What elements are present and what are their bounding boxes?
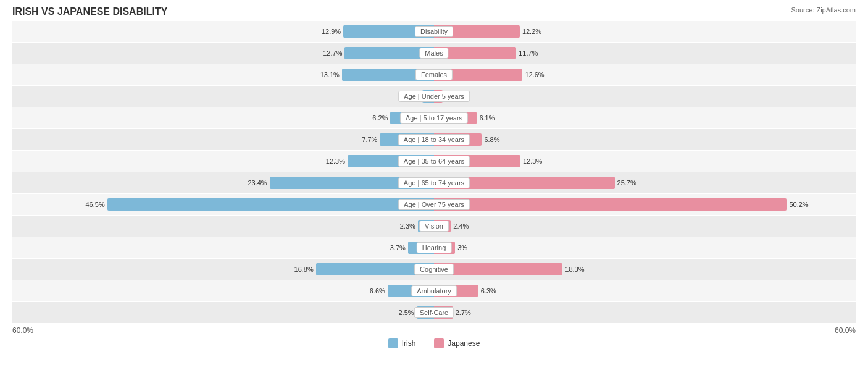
bars-wrapper: Age | 18 to 34 years 7.7% 6.8% [12, 129, 856, 150]
bar-label: Males [419, 48, 448, 59]
bar-label: Age | 35 to 64 years [398, 156, 470, 167]
bar-row: Males 12.7% 11.7% [12, 43, 856, 64]
irish-value: 2.3% [400, 222, 415, 230]
bar-label: Self-Care [414, 307, 454, 318]
bars-wrapper: Disability 12.9% 12.2% [12, 21, 856, 42]
bar-row: Females 13.1% 12.6% [12, 64, 856, 85]
irish-value: 12.3% [326, 158, 345, 165]
axis-labels: 60.0% 60.0% [12, 324, 856, 336]
bars-wrapper: Hearing 3.7% 3% [12, 237, 856, 258]
japanese-value: 6.8% [484, 136, 499, 143]
source-label: Source: ZipAtlas.com [791, 6, 856, 14]
bar-row: Vision 2.3% 2.4% [12, 216, 856, 237]
axis-left-label: 60.0% [12, 326, 33, 335]
irish-legend-label: Irish [402, 339, 416, 348]
chart-area: Disability 12.9% 12.2% Males 12.7% 11.7%… [12, 21, 856, 323]
japanese-value: 50.2% [789, 201, 808, 208]
japanese-value: 2.4% [453, 222, 469, 230]
japanese-value: 3% [457, 244, 467, 251]
bars-wrapper: Age | 5 to 17 years 6.2% 6.1% [12, 107, 856, 128]
japanese-value: 25.7% [617, 179, 636, 187]
bars-wrapper: Ambulatory 6.6% 6.3% [12, 280, 856, 301]
legend-irish: Irish [388, 338, 416, 348]
japanese-value: 6.3% [481, 287, 496, 295]
axis-right-label: 60.0% [835, 326, 856, 335]
bar-label: Hearing [417, 242, 452, 253]
bar-label: Age | 18 to 34 years [398, 134, 470, 145]
japanese-value: 18.3% [565, 266, 584, 273]
bars-wrapper: Cognitive 16.8% 18.3% [12, 259, 856, 280]
page-title: IRISH VS JAPANESE DISABILITY [12, 6, 856, 17]
japanese-color-box [434, 338, 444, 348]
bar-label: Ambulatory [411, 285, 457, 296]
bars-wrapper: Self-Care 2.5% 2.7% [12, 302, 856, 323]
bar-label: Age | 65 to 74 years [398, 177, 470, 188]
bars-wrapper: Age | 65 to 74 years 23.4% 25.7% [12, 172, 856, 193]
japanese-value: 11.7% [519, 49, 538, 57]
japanese-bar [434, 198, 787, 211]
bar-label: Vision [419, 220, 449, 232]
irish-value: 6.2% [372, 114, 388, 122]
irish-value: 23.4% [248, 179, 267, 187]
page-container: IRISH VS JAPANESE DISABILITY Source: Zip… [0, 0, 868, 378]
irish-value: 12.7% [323, 49, 342, 57]
irish-bar [107, 198, 434, 211]
bars-wrapper: Age | Over 75 years 46.5% 50.2% [12, 194, 856, 215]
bar-row: Disability 12.9% 12.2% [12, 21, 856, 42]
legend: Irish Japanese [12, 338, 856, 348]
japanese-value: 12.3% [523, 158, 542, 165]
bar-row: Age | 18 to 34 years 7.7% 6.8% [12, 129, 856, 150]
irish-value: 16.8% [294, 266, 314, 273]
bar-row: Ambulatory 6.6% 6.3% [12, 280, 856, 301]
japanese-value: 6.1% [479, 114, 495, 122]
irish-value: 46.5% [85, 201, 104, 208]
bar-label: Cognitive [414, 264, 454, 275]
japanese-value: 2.7% [456, 309, 471, 316]
japanese-value: 12.6% [525, 71, 544, 78]
bar-label: Disability [415, 26, 453, 37]
bar-label: Age | Under 5 years [398, 91, 470, 102]
bar-row: Hearing 3.7% 3% [12, 237, 856, 258]
irish-value: 6.6% [370, 287, 385, 295]
bar-label: Females [415, 69, 453, 80]
japanese-value: 12.2% [522, 28, 541, 35]
bar-row: Self-Care 2.5% 2.7% [12, 302, 856, 323]
irish-value: 2.5% [398, 309, 414, 316]
irish-value: 3.7% [390, 244, 406, 251]
irish-value: 12.9% [322, 28, 341, 35]
legend-japanese: Japanese [434, 338, 480, 348]
irish-value: 13.1% [320, 71, 340, 78]
bar-row: Age | Over 75 years 46.5% 50.2% [12, 194, 856, 215]
bar-row: Age | 35 to 64 years 12.3% 12.3% [12, 151, 856, 172]
bar-label: Age | Over 75 years [398, 199, 470, 210]
bar-label: Age | 5 to 17 years [400, 112, 468, 124]
bar-row: Cognitive 16.8% 18.3% [12, 259, 856, 280]
irish-value: 7.7% [362, 136, 377, 143]
bars-wrapper: Age | 35 to 64 years 12.3% 12.3% [12, 151, 856, 172]
bar-row: Age | Under 5 years 1.7% 1.2% [12, 86, 856, 107]
bar-row: Age | 65 to 74 years 23.4% 25.7% [12, 172, 856, 193]
bars-wrapper: Males 12.7% 11.7% [12, 43, 856, 64]
japanese-legend-label: Japanese [448, 339, 480, 348]
bar-row: Age | 5 to 17 years 6.2% 6.1% [12, 107, 856, 128]
irish-color-box [388, 338, 398, 348]
bars-wrapper: Vision 2.3% 2.4% [12, 216, 856, 237]
bars-wrapper: Age | Under 5 years 1.7% 1.2% [12, 86, 856, 107]
bars-wrapper: Females 13.1% 12.6% [12, 64, 856, 85]
